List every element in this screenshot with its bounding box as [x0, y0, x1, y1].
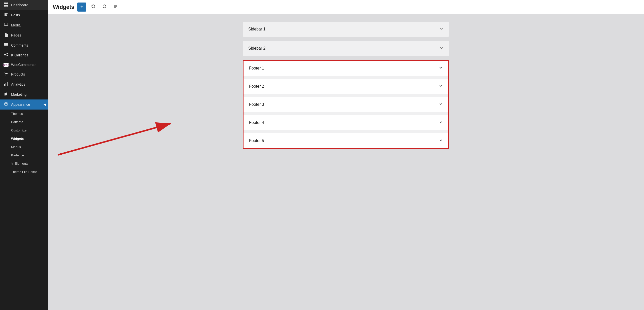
sidebar-submenu-kadence[interactable]: Kadence	[0, 151, 48, 159]
panel-sidebar2-title: Sidebar 2	[248, 46, 266, 51]
widget-panels: Sidebar 1 Sidebar 2	[243, 22, 449, 149]
sidebar-submenu-elements[interactable]: ↳ Elements	[0, 159, 48, 168]
posts-icon	[4, 13, 9, 18]
add-widget-button[interactable]: +	[77, 3, 86, 12]
panel-sidebar1-chevron	[439, 27, 444, 32]
sidebar-item-dashboard[interactable]: Dashboard	[0, 0, 48, 10]
marketing-icon	[4, 92, 9, 97]
pages-icon	[4, 33, 9, 38]
panel-sidebar2: Sidebar 2	[243, 41, 449, 56]
page-header: Widgets +	[48, 0, 644, 14]
sidebar-submenu-customize[interactable]: Customize	[0, 126, 48, 134]
panel-footer5: Footer 5	[244, 133, 448, 148]
svg-rect-12	[7, 82, 8, 86]
panel-footer2: Footer 2	[244, 79, 448, 97]
sidebar-item-marketing[interactable]: Marketing	[0, 89, 48, 99]
undo-button[interactable]	[89, 3, 97, 11]
panel-footer2-title: Footer 2	[249, 84, 264, 89]
svg-rect-5	[4, 54, 6, 55]
panel-sidebar2-header[interactable]: Sidebar 2	[243, 41, 449, 56]
svg-line-20	[58, 123, 171, 155]
panel-footer1-title: Footer 1	[249, 66, 264, 71]
sidebar-item-products[interactable]: Products	[0, 69, 48, 79]
comments-icon	[4, 43, 9, 48]
sidebar-item-k-galleries[interactable]: K Galleries	[0, 50, 48, 60]
appearance-collapse-icon: ◀	[44, 103, 46, 106]
sidebar-submenu-theme-file-editor[interactable]: Theme File Editor	[0, 168, 48, 176]
sidebar-item-posts[interactable]: Posts	[0, 10, 48, 20]
panel-footer1-chevron	[439, 66, 443, 71]
media-icon	[4, 23, 9, 28]
sidebar-submenu-themes[interactable]: Themes	[0, 110, 48, 118]
list-view-button[interactable]	[111, 3, 119, 11]
panel-footer4-chevron	[439, 120, 443, 125]
dashboard-icon	[4, 3, 9, 8]
analytics-icon	[4, 82, 9, 87]
sidebar-item-media[interactable]: Media	[0, 20, 48, 30]
products-icon	[4, 72, 9, 77]
kadence-label: Kadence	[11, 153, 24, 157]
panel-sidebar2-chevron	[439, 46, 444, 51]
svg-rect-4	[4, 23, 8, 25]
svg-rect-3	[6, 5, 8, 7]
sidebar-label-woocommerce: WooCommerce	[11, 63, 35, 67]
sidebar-submenu-patterns[interactable]: Patterns	[0, 118, 48, 126]
sidebar-label-comments: Comments	[11, 43, 28, 47]
svg-rect-0	[4, 3, 6, 4]
panel-footer2-header[interactable]: Footer 2	[244, 79, 448, 94]
redo-icon	[102, 4, 107, 10]
svg-point-13	[5, 95, 6, 96]
panel-footer1-header[interactable]: Footer 1	[244, 61, 448, 76]
panel-sidebar1: Sidebar 1	[243, 22, 449, 37]
panel-footer4: Footer 4	[244, 115, 448, 133]
panel-footer3: Footer 3	[244, 97, 448, 115]
sidebar-label-dashboard: Dashboard	[11, 3, 28, 7]
customize-label: Customize	[11, 128, 26, 132]
appearance-icon	[4, 102, 9, 107]
panel-sidebar1-header[interactable]: Sidebar 1	[243, 22, 449, 37]
sidebar-submenu-widgets[interactable]: Widgets	[0, 134, 48, 143]
sidebar-item-woocommerce[interactable]: Woo WooCommerce	[0, 60, 48, 69]
panel-footer3-title: Footer 3	[249, 102, 264, 107]
appearance-submenu: Themes Patterns Customize Widgets Menus …	[0, 110, 48, 176]
list-icon	[113, 4, 118, 10]
sidebar-item-analytics[interactable]: Analytics	[0, 79, 48, 89]
svg-rect-11	[6, 83, 6, 86]
panel-footer5-header[interactable]: Footer 5	[244, 133, 448, 148]
redo-button[interactable]	[100, 3, 108, 11]
sidebar-item-pages[interactable]: Pages	[0, 30, 48, 40]
patterns-label: Patterns	[11, 120, 23, 124]
svg-rect-10	[4, 84, 5, 86]
svg-rect-2	[4, 5, 6, 7]
themes-label: Themes	[11, 112, 23, 116]
menus-label: Menus	[11, 145, 21, 149]
panel-footer4-header[interactable]: Footer 4	[244, 115, 448, 130]
sidebar-item-comments[interactable]: Comments	[0, 40, 48, 50]
sidebar-label-products: Products	[11, 72, 25, 76]
theme-file-editor-label: Theme File Editor	[11, 170, 37, 174]
woocommerce-icon: Woo	[4, 63, 9, 67]
panel-footer1: Footer 1	[244, 61, 448, 79]
svg-point-15	[6, 103, 6, 104]
sidebar: Dashboard Posts Media Pages	[0, 0, 48, 310]
sidebar-submenu-menus[interactable]: Menus	[0, 143, 48, 151]
svg-rect-7	[7, 55, 8, 56]
plus-icon: +	[80, 4, 84, 10]
svg-rect-1	[6, 3, 8, 4]
sidebar-label-appearance: Appearance	[11, 102, 30, 107]
sidebar-label-k-galleries: K Galleries	[11, 53, 28, 57]
sidebar-item-appearance[interactable]: Appearance ◀	[0, 99, 48, 110]
panel-footer2-chevron	[439, 84, 443, 89]
content-area: Sidebar 1 Sidebar 2	[48, 14, 644, 310]
svg-point-9	[7, 75, 7, 75]
panel-footer3-header[interactable]: Footer 3	[244, 97, 448, 112]
panel-sidebar1-title: Sidebar 1	[248, 27, 266, 31]
panel-footer3-chevron	[439, 102, 443, 107]
widgets-label: Widgets	[11, 137, 24, 141]
page-title: Widgets	[53, 4, 74, 10]
undo-icon	[91, 4, 96, 10]
sidebar-label-analytics: Analytics	[11, 82, 25, 86]
footer-panels-group: Footer 1 Footer 2	[243, 60, 449, 149]
k-galleries-icon	[4, 53, 9, 58]
elements-label: ↳ Elements	[11, 162, 28, 165]
